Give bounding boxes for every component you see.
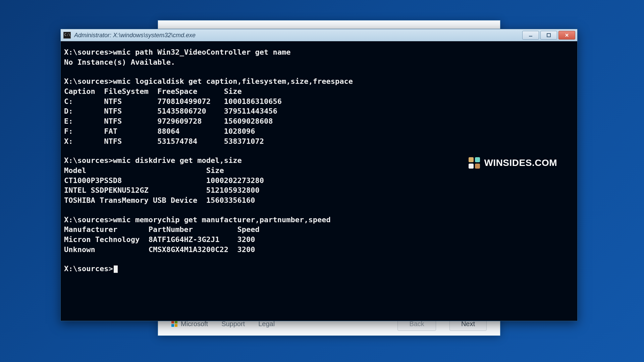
microsoft-logo-icon (171, 321, 177, 327)
winsides-logo-icon (469, 157, 480, 169)
prompt-line: X:\sources> (64, 264, 574, 274)
diskdrive-table: Model Size CT1000P3PSSD8 1000202273280 I… (64, 166, 574, 205)
window-title: Administrator: X:\windows\system32\cmd.e… (74, 32, 519, 39)
cmd-line: X:\sources>wmic logicaldisk get caption,… (64, 76, 574, 86)
svg-rect-0 (547, 34, 550, 37)
maximize-button[interactable] (540, 31, 557, 40)
memorychip-table: Manufacturer PartNumber Speed Micron Tec… (64, 225, 574, 254)
close-button[interactable] (558, 31, 575, 40)
logicaldisk-table: Caption FileSystem FreeSpace Size C: NTF… (64, 86, 574, 146)
titlebar[interactable]: Administrator: X:\windows\system32\cmd.e… (61, 29, 577, 41)
console-output[interactable]: X:\sources>wmic path Win32_VideoControll… (61, 41, 577, 321)
cmd-line: X:\sources>wmic path Win32_VideoControll… (64, 47, 574, 57)
watermark: WINSIDES.COM (469, 157, 557, 169)
cursor (114, 265, 118, 273)
watermark-text: WINSIDES.COM (484, 157, 557, 169)
minimize-button[interactable] (522, 31, 539, 40)
cmd-icon (63, 32, 71, 39)
cmd-line: X:\sources>wmic memorychip get manufactu… (64, 215, 574, 225)
cmd-output: No Instance(s) Available. (64, 57, 574, 67)
cmd-window: Administrator: X:\windows\system32\cmd.e… (60, 29, 578, 321)
